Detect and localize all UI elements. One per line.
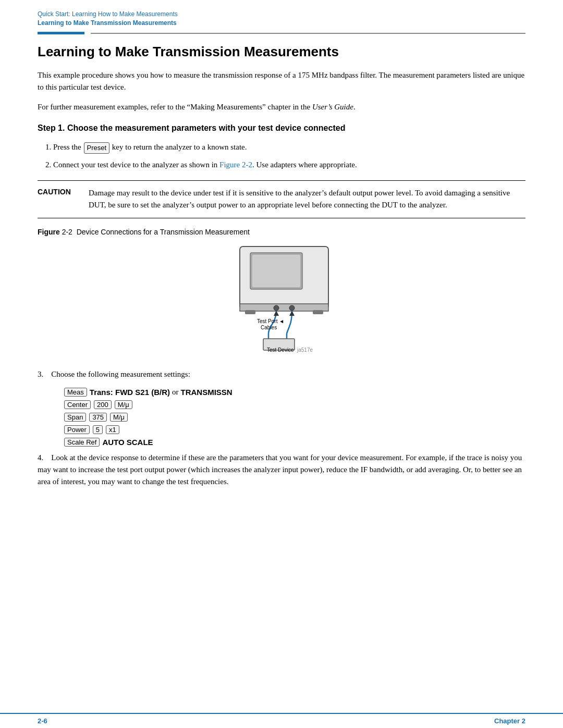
section-divider <box>38 32 525 34</box>
caution-label: CAUTION <box>38 187 79 212</box>
footer-left: 2-6 <box>38 717 47 725</box>
main-content: Learning to Make Transmission Measuremen… <box>0 44 563 488</box>
meas-row-1: Meas Trans: FWD S21 (B/R) or TRANSMISSN <box>64 388 525 397</box>
span-key: Span <box>64 413 86 422</box>
svg-rect-4 <box>245 310 255 314</box>
page-title: Learning to Make Transmission Measuremen… <box>38 44 525 60</box>
svg-text:Test Device: Test Device <box>267 347 294 353</box>
step1-heading: Step 1. Choose the measurement parameter… <box>38 122 525 134</box>
mmu-key-1: M/μ <box>115 400 132 409</box>
scale-ref-key: Scale Ref <box>64 438 100 447</box>
meas-row-5: Scale Ref AUTO SCALE <box>64 438 525 447</box>
numbered-list: Press the Preset key to return the analy… <box>53 141 525 171</box>
meas-or: or <box>172 388 179 397</box>
intro-para1: This example procedure shows you how to … <box>38 69 525 94</box>
figure-caption-text: Device Connections for a Transmission Me… <box>77 228 250 236</box>
200-key: 200 <box>94 400 112 409</box>
list-item-1: Press the Preset key to return the analy… <box>53 141 525 154</box>
meas-transmissn-bold: TRANSMISSN <box>180 388 232 397</box>
breadcrumb-link[interactable]: Quick Start: Learning How to Make Measur… <box>38 10 178 18</box>
meas-key: Meas <box>64 388 87 397</box>
svg-text:ja517e: ja517e <box>297 347 313 353</box>
375-key: 375 <box>89 413 107 422</box>
intro-para2: For further measurement examples, refer … <box>38 101 525 113</box>
step1-item1-prefix: Press the <box>53 143 83 151</box>
svg-point-6 <box>274 305 279 311</box>
caution-text: Damage may result to the device under te… <box>89 187 525 212</box>
5-key: 5 <box>93 425 103 434</box>
svg-rect-3 <box>240 304 328 311</box>
svg-text:Cables: Cables <box>261 325 277 330</box>
svg-rect-2 <box>252 255 300 287</box>
step1-item2-suffix: . Use adapters where appropriate. <box>252 161 357 169</box>
power-key: Power <box>64 425 90 434</box>
divider-long <box>91 33 525 34</box>
device-illustration: Test Port ◄ Cables Test Device ja517e <box>209 242 354 357</box>
meas-settings: Meas Trans: FWD S21 (B/R) or TRANSMISSN … <box>64 388 525 447</box>
breadcrumb-area: Quick Start: Learning How to Make Measur… <box>0 0 563 32</box>
center-key: Center <box>64 400 91 409</box>
step4-text: 4. Look at the device response to determ… <box>38 452 525 488</box>
page-footer: 2-6 Chapter 2 <box>0 713 563 728</box>
svg-rect-5 <box>313 310 323 314</box>
meas-row-4: Power 5 x1 <box>64 425 525 434</box>
divider-short <box>38 32 84 34</box>
intro-para2-suffix: . <box>353 103 356 111</box>
figure-area: Test Port ◄ Cables Test Device ja517e <box>38 242 525 359</box>
svg-text:Test Port ◄: Test Port ◄ <box>257 318 284 324</box>
mmu-key-2: M/μ <box>110 413 128 422</box>
list-item-2: Connect your test device to the analyzer… <box>53 159 525 171</box>
caution-box: CAUTION Damage may result to the device … <box>38 180 525 218</box>
meas-row-2: Center 200 M/μ <box>64 400 525 409</box>
step1-item1-suffix: key to return the analyzer to a known st… <box>110 143 247 151</box>
page-container: Quick Start: Learning How to Make Measur… <box>0 0 563 728</box>
meas-row-3: Span 375 M/μ <box>64 413 525 422</box>
footer-right: Chapter 2 <box>494 717 525 725</box>
step1-item2-prefix: Connect your test device to the analyzer… <box>53 161 219 169</box>
preset-key: Preset <box>84 142 110 154</box>
svg-point-7 <box>289 305 295 311</box>
x1-key: x1 <box>106 425 119 434</box>
figure-2-2-link[interactable]: Figure 2-2 <box>219 161 252 169</box>
meas-trans-bold: Trans: FWD S21 (B/R) <box>90 388 170 397</box>
step3-prefix: 3. Choose the following measurement sett… <box>38 368 525 380</box>
breadcrumb-current: Learning to Make Transmission Measuremen… <box>38 19 525 27</box>
intro-para2-prefix: For further measurement examples, refer … <box>38 103 312 111</box>
intro-para2-italic: User’s Guide <box>312 103 353 111</box>
auto-scale-bold: AUTO SCALE <box>102 438 153 447</box>
figure-caption: Figure 2-2 Device Connections for a Tran… <box>38 228 525 236</box>
figure-number: 2-2 <box>62 228 72 236</box>
